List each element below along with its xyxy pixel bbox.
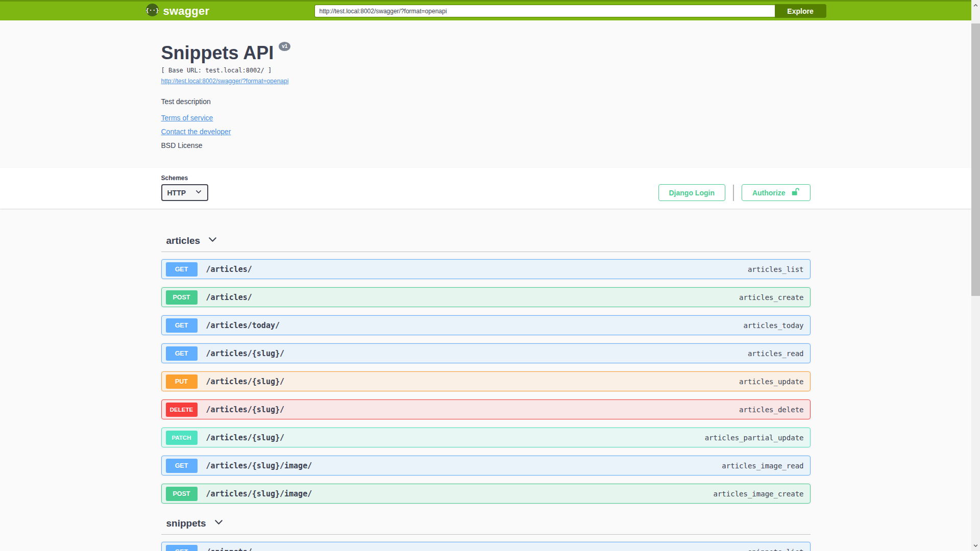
base-url-label: [ Base URL: test.local:8002/ ] xyxy=(161,67,811,74)
section-header[interactable]: articles xyxy=(161,230,811,252)
swagger-logo-icon: {··} xyxy=(145,3,159,19)
scheme-container: Schemes HTTP Django Login Authorize xyxy=(0,168,971,209)
scrollbar-thumb[interactable] xyxy=(971,23,980,296)
django-login-button[interactable]: Django Login xyxy=(658,184,725,201)
operation-id: snippets_list xyxy=(748,548,804,551)
scrollbar-down-arrow[interactable] xyxy=(971,541,980,550)
auth-divider xyxy=(733,185,734,201)
swagger-logo[interactable]: {··} swagger xyxy=(145,3,210,19)
schemes-label: Schemes xyxy=(161,174,208,182)
operation-row[interactable]: GET /articles/ articles_list xyxy=(161,259,811,279)
operation-path: /articles/{slug}/ xyxy=(206,349,285,358)
chevron-down-icon[interactable] xyxy=(213,517,224,530)
page-title: Snippets API v1 xyxy=(161,44,811,62)
operation-path: /articles/ xyxy=(206,265,252,274)
schemes-group: Schemes HTTP xyxy=(161,174,208,201)
operation-row[interactable]: DELETE /articles/{slug}/ articles_delete xyxy=(161,399,811,419)
operation-path: /articles/{slug}/ xyxy=(206,433,285,442)
chevron-down-icon xyxy=(195,188,202,197)
topbar: {··} swagger Explore xyxy=(0,0,971,20)
operations-list: articles GET /articles/ articles_list PO… xyxy=(161,209,811,551)
download-url-form: Explore xyxy=(314,4,826,18)
operation-row[interactable]: GET /articles/{slug}/ articles_read xyxy=(161,343,811,363)
operation-path: /articles/{slug}/ xyxy=(206,405,285,414)
operation-id: articles_partial_update xyxy=(705,434,804,442)
operation-id: articles_create xyxy=(739,293,803,302)
license-label: BSD License xyxy=(161,141,811,149)
operation-row[interactable]: GET /articles/{slug}/image/ articles_ima… xyxy=(161,456,811,475)
api-section: snippets GET /snippets/ snippets_list xyxy=(161,513,811,551)
section-title: snippets xyxy=(166,518,206,529)
info-section: Snippets API v1 [ Base URL: test.local:8… xyxy=(161,20,811,168)
operation-list: GET /snippets/ snippets_list xyxy=(161,535,811,551)
method-badge: POST xyxy=(166,290,198,305)
operation-row[interactable]: GET /articles/today/ articles_today xyxy=(161,315,811,335)
contact-developer-link[interactable]: Contact the developer xyxy=(161,128,231,136)
topbar-wrapper: {··} swagger Explore xyxy=(145,2,826,20)
operation-row[interactable]: POST /articles/{slug}/image/ articles_im… xyxy=(161,484,811,504)
operation-path: /articles/today/ xyxy=(206,321,280,330)
api-section: articles GET /articles/ articles_list PO… xyxy=(161,230,811,504)
method-badge: GET xyxy=(166,318,198,333)
operation-row[interactable]: POST /articles/ articles_create xyxy=(161,287,811,307)
section-title: articles xyxy=(166,235,201,246)
operation-id: articles_update xyxy=(739,378,803,386)
operation-list: GET /articles/ articles_list POST /artic… xyxy=(161,252,811,504)
operation-id: articles_list xyxy=(748,265,804,273)
auth-wrapper: Django Login Authorize xyxy=(658,184,811,201)
schemes-selected-value: HTTP xyxy=(167,189,186,197)
explore-button[interactable]: Explore xyxy=(775,4,826,18)
method-badge: GET xyxy=(166,459,198,473)
operation-id: articles_image_read xyxy=(722,462,803,470)
operation-row[interactable]: PUT /articles/{slug}/ articles_update xyxy=(161,371,811,391)
operation-path: /articles/{slug}/image/ xyxy=(206,489,312,498)
unlock-icon xyxy=(791,187,800,198)
scrollbar-up-arrow[interactable] xyxy=(971,1,980,10)
method-badge: PATCH xyxy=(166,431,198,445)
spec-link[interactable]: http://test.local:8002/swagger/?format=o… xyxy=(161,78,289,85)
operation-id: articles_delete xyxy=(739,406,803,414)
django-login-label: Django Login xyxy=(669,189,715,197)
operation-id: articles_today xyxy=(743,321,803,330)
operation-row[interactable]: GET /snippets/ snippets_list xyxy=(161,542,811,551)
operation-path: /articles/{slug}/ xyxy=(206,377,285,386)
authorize-button[interactable]: Authorize xyxy=(742,184,811,201)
operation-path: /articles/ xyxy=(206,293,252,302)
swagger-brand-text: swagger xyxy=(163,5,210,18)
schemes-select[interactable]: HTTP xyxy=(161,184,208,201)
url-input[interactable] xyxy=(314,5,775,17)
method-badge: GET xyxy=(166,262,198,277)
version-badge: v1 xyxy=(279,42,290,51)
section-header[interactable]: snippets xyxy=(161,513,811,535)
method-badge: PUT xyxy=(166,374,198,389)
method-badge: GET xyxy=(166,545,198,551)
authorize-label: Authorize xyxy=(752,189,786,197)
scrollbar[interactable] xyxy=(971,0,980,551)
method-badge: GET xyxy=(166,346,198,361)
api-description: Test description xyxy=(161,97,811,106)
api-title-text: Snippets API xyxy=(161,44,274,62)
operation-path: /snippets/ xyxy=(206,547,252,551)
swagger-ui-page: {··} swagger Explore Snippets API v1 [ B… xyxy=(0,0,971,551)
operation-path: /articles/{slug}/image/ xyxy=(206,461,312,470)
terms-of-service-link[interactable]: Terms of service xyxy=(161,114,213,122)
method-badge: DELETE xyxy=(166,403,198,417)
chevron-down-icon[interactable] xyxy=(207,234,218,247)
operation-row[interactable]: PATCH /articles/{slug}/ articles_partial… xyxy=(161,428,811,447)
operation-id: articles_read xyxy=(748,349,804,358)
svg-text:{··}: {··} xyxy=(145,7,159,14)
operation-id: articles_image_create xyxy=(713,490,803,498)
method-badge: POST xyxy=(166,487,198,501)
scheme-wrapper: Schemes HTTP Django Login Authorize xyxy=(161,174,811,201)
